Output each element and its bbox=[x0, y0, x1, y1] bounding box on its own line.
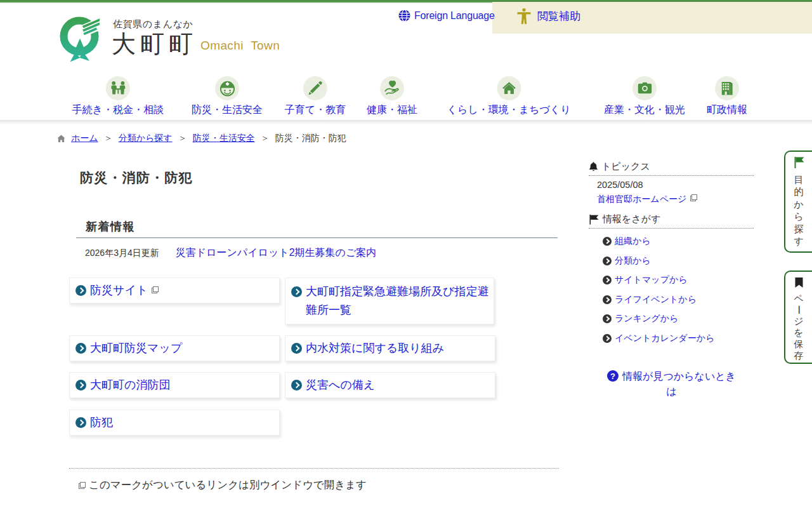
svg-text:?: ? bbox=[610, 371, 615, 381]
